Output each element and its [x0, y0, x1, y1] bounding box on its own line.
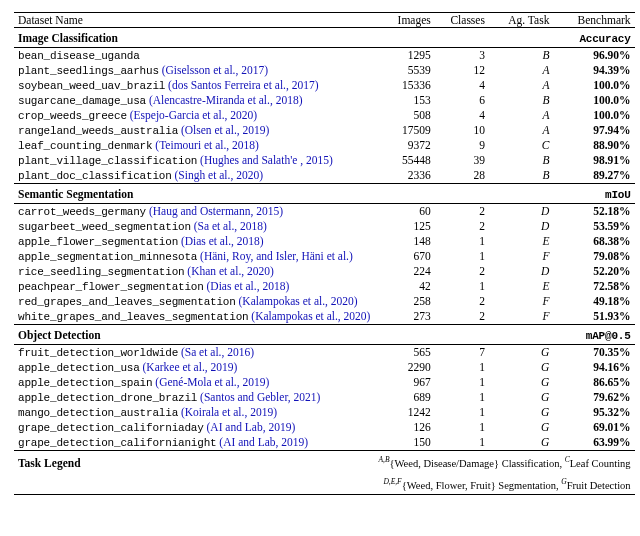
dataset-name-cell: plant_village_classification (Hughes and…	[14, 153, 374, 168]
dataset-code: plant_village_classification	[18, 155, 197, 167]
dataset-code: red_grapes_and_leaves_segmentation	[18, 296, 236, 308]
images-cell: 508	[374, 108, 434, 123]
citation: (Dias et al., 2018)	[181, 235, 264, 247]
bench-cell: 86.65%	[553, 375, 634, 390]
col-benchmark: Benchmark	[553, 13, 634, 28]
ag-cell: F	[489, 249, 554, 264]
table-row: carrot_weeds_germany (Haug and Ostermann…	[14, 204, 635, 220]
dataset-name-cell: carrot_weeds_germany (Haug and Ostermann…	[14, 204, 374, 220]
classes-cell: 1	[435, 390, 489, 405]
dataset-name-cell: soybean_weed_uav_brazil (dos Santos Ferr…	[14, 78, 374, 93]
classes-cell: 2	[435, 204, 489, 220]
classes-cell: 1	[435, 375, 489, 390]
dataset-code: rice_seedling_segmentation	[18, 266, 184, 278]
dataset-code: grape_detection_californianight	[18, 437, 216, 449]
legend-title: Task Legend	[14, 451, 374, 495]
dataset-name-cell: bean_disease_uganda	[14, 48, 374, 64]
images-cell: 5539	[374, 63, 434, 78]
classes-cell: 1	[435, 420, 489, 435]
ag-cell: G	[489, 390, 554, 405]
citation: (Giselsson et al., 2017)	[162, 64, 268, 76]
bench-cell: 96.90%	[553, 48, 634, 64]
table-row: peachpear_flower_segmentation (Dias et a…	[14, 279, 635, 294]
dataset-code: apple_detection_drone_brazil	[18, 392, 197, 404]
ag-cell: A	[489, 78, 554, 93]
dataset-name-cell: crop_weeds_greece (Espejo-Garcia et al.,…	[14, 108, 374, 123]
ag-cell: D	[489, 264, 554, 279]
section-metric: mAP@0.5	[553, 325, 634, 345]
ag-cell: G	[489, 420, 554, 435]
classes-cell: 2	[435, 294, 489, 309]
ag-cell: B	[489, 48, 554, 64]
dataset-name-cell: mango_detection_australia (Koirala et al…	[14, 405, 374, 420]
dataset-code: carrot_weeds_germany	[18, 206, 146, 218]
header-row: Dataset Name Images Classes Ag. Task Ben…	[14, 13, 635, 28]
classes-cell: 2	[435, 219, 489, 234]
table-row: grape_detection_californianight (AI and …	[14, 435, 635, 451]
table-row: fruit_detection_worldwide (Sa et al., 20…	[14, 345, 635, 361]
ag-cell: G	[489, 345, 554, 361]
section-metric: mIoU	[553, 184, 634, 204]
classes-cell: 1	[435, 234, 489, 249]
classes-cell: 1	[435, 360, 489, 375]
citation: (dos Santos Ferreira et al., 2017)	[168, 79, 318, 91]
bench-cell: 100.0%	[553, 108, 634, 123]
table-row: apple_detection_drone_brazil (Santos and…	[14, 390, 635, 405]
table-row: apple_flower_segmentation (Dias et al., …	[14, 234, 635, 249]
images-cell: 55448	[374, 153, 434, 168]
ag-cell: D	[489, 204, 554, 220]
section-title: Semantic Segmentation	[14, 184, 553, 204]
ag-cell: G	[489, 405, 554, 420]
images-cell: 126	[374, 420, 434, 435]
dataset-name-cell: grape_detection_californianight (AI and …	[14, 435, 374, 451]
images-cell: 1295	[374, 48, 434, 64]
ag-cell: E	[489, 279, 554, 294]
images-cell: 60	[374, 204, 434, 220]
bench-cell: 95.32%	[553, 405, 634, 420]
images-cell: 125	[374, 219, 434, 234]
dataset-name-cell: apple_detection_drone_brazil (Santos and…	[14, 390, 374, 405]
dataset-code: apple_flower_segmentation	[18, 236, 178, 248]
bench-cell: 89.27%	[553, 168, 634, 184]
dataset-code: grape_detection_californiaday	[18, 422, 204, 434]
dataset-name-cell: fruit_detection_worldwide (Sa et al., 20…	[14, 345, 374, 361]
bench-cell: 52.20%	[553, 264, 634, 279]
table-row: leaf_counting_denmark (Teimouri et al., …	[14, 138, 635, 153]
bench-cell: 53.59%	[553, 219, 634, 234]
images-cell: 1242	[374, 405, 434, 420]
table-row: apple_detection_spain (Gené-Mola et al.,…	[14, 375, 635, 390]
citation: (AI and Lab, 2019)	[219, 436, 308, 448]
bench-cell: 68.38%	[553, 234, 634, 249]
citation: (Kalampokas et al., 2020)	[239, 295, 358, 307]
dataset-code: soybean_weed_uav_brazil	[18, 80, 165, 92]
images-cell: 670	[374, 249, 434, 264]
classes-cell: 2	[435, 264, 489, 279]
bench-cell: 49.18%	[553, 294, 634, 309]
ag-cell: G	[489, 375, 554, 390]
citation: (Khan et al., 2020)	[187, 265, 274, 277]
table-row: mango_detection_australia (Koirala et al…	[14, 405, 635, 420]
table-row: Semantic SegmentationmIoU	[14, 184, 635, 204]
dataset-name-cell: rice_seedling_segmentation (Khan et al.,…	[14, 264, 374, 279]
dataset-code: mango_detection_australia	[18, 407, 178, 419]
legend-line-1: A,B{Weed, Disease/Damage} Classification…	[374, 451, 634, 473]
table-row: plant_doc_classification (Singh et al., …	[14, 168, 635, 184]
classes-cell: 3	[435, 48, 489, 64]
citation: (Alencastre-Miranda et al., 2018)	[149, 94, 303, 106]
classes-cell: 39	[435, 153, 489, 168]
dataset-name-cell: white_grapes_and_leaves_segmentation (Ka…	[14, 309, 374, 325]
bench-cell: 100.0%	[553, 78, 634, 93]
dataset-code: bean_disease_uganda	[18, 50, 140, 62]
table-row: apple_segmentation_minnesota (Häni, Roy,…	[14, 249, 635, 264]
bench-cell: 63.99%	[553, 435, 634, 451]
col-images: Images	[374, 13, 434, 28]
images-cell: 224	[374, 264, 434, 279]
bench-cell: 100.0%	[553, 93, 634, 108]
images-cell: 2336	[374, 168, 434, 184]
classes-cell: 1	[435, 279, 489, 294]
bench-cell: 72.58%	[553, 279, 634, 294]
table-row: sugarbeet_weed_segmentation (Sa et al., …	[14, 219, 635, 234]
section-title: Object Detection	[14, 325, 553, 345]
section-title: Image Classification	[14, 28, 553, 48]
dataset-name-cell: peachpear_flower_segmentation (Dias et a…	[14, 279, 374, 294]
